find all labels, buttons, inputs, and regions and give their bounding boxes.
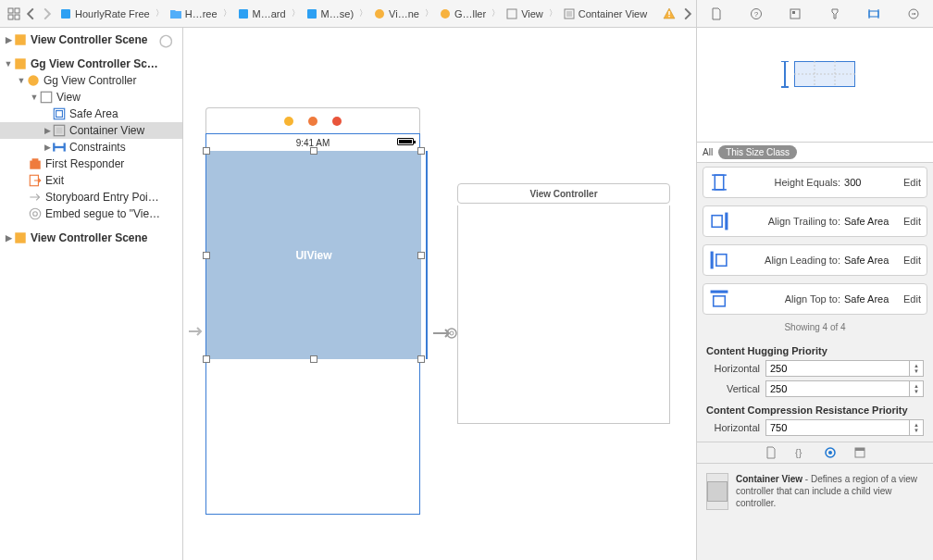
breadcrumb-item[interactable]: Vi…ne [369, 7, 423, 20]
library-tabs: {} [697, 442, 933, 464]
outline-controller[interactable]: Gg View Controller [0, 72, 182, 89]
forward-icon[interactable] [39, 6, 56, 22]
svg-rect-25 [41, 92, 51, 102]
hugging-horizontal-stepper[interactable]: ▲▼ [765, 360, 924, 377]
constraint-row-trailing[interactable]: Align Trailing to: Safe Area Edit [703, 205, 927, 237]
constraints-count-label: Showing 4 of 4 [697, 318, 933, 340]
svg-rect-29 [56, 128, 63, 134]
resize-handle[interactable] [203, 252, 210, 259]
hugging-vertical-input[interactable] [765, 380, 909, 397]
inspector-panel: All This Size Class Height Equals: 300 E… [696, 28, 933, 560]
outline-scene[interactable]: View Controller Scene ◯ [0, 31, 182, 48]
scene-header-2[interactable]: View Controller [457, 183, 670, 204]
stepper-arrows-icon[interactable]: ▲▼ [909, 360, 924, 377]
status-time: 9:41 AM [296, 138, 330, 148]
svg-point-24 [28, 75, 38, 85]
hugging-horizontal-input[interactable] [765, 360, 909, 377]
next-issue-icon[interactable] [679, 6, 696, 22]
size-class-all[interactable]: All [703, 147, 713, 157]
document-outline[interactable]: View Controller Scene ◯ Gg View Controll… [0, 28, 183, 560]
constraint-preview [697, 28, 933, 143]
breadcrumb-item[interactable]: G…ller [435, 7, 490, 20]
constraint-row-top[interactable]: Align Top to: Safe Area Edit [703, 283, 927, 315]
size-inspector-icon[interactable] [865, 6, 882, 22]
warning-icon[interactable] [661, 6, 678, 22]
constraint-row-leading[interactable]: Align Leading to: Safe Area Edit [703, 244, 927, 276]
attributes-inspector-icon[interactable] [827, 6, 843, 22]
svg-point-37 [33, 212, 38, 217]
hugging-section-label: Content Hugging Priority [697, 340, 933, 358]
storyboard-canvas[interactable]: 9:41 AM UIView View Controller [183, 28, 696, 560]
connections-inspector-icon[interactable] [905, 6, 922, 22]
svg-rect-6 [307, 9, 317, 19]
edit-constraint-button[interactable]: Edit [903, 255, 921, 266]
stepper-arrows-icon[interactable]: ▲▼ [909, 380, 924, 397]
outline-safe-area[interactable]: Safe Area [0, 106, 182, 122]
help-inspector-icon[interactable]: ? [748, 6, 765, 22]
chevron-right-icon: 〉 [154, 7, 166, 19]
add-scene-icon[interactable]: ◯ [159, 33, 179, 47]
size-class-current[interactable]: This Size Class [718, 145, 797, 159]
device-frame[interactable]: 9:41 AM UIView [205, 133, 420, 515]
outline-exit[interactable]: Exit [0, 172, 182, 189]
media-library-icon[interactable] [853, 446, 866, 459]
size-class-tabs: All This Size Class [697, 143, 933, 163]
battery-icon [397, 138, 414, 145]
outline-embed-segue[interactable]: Embed segue to "Vie… [0, 205, 182, 222]
related-items-icon[interactable] [6, 6, 22, 22]
embed-segue-icon[interactable] [431, 320, 457, 346]
svg-rect-9 [507, 9, 516, 19]
constraint-row-height[interactable]: Height Equals: 300 Edit [703, 167, 927, 198]
outline-view[interactable]: View [0, 89, 182, 106]
svg-rect-52 [716, 255, 727, 267]
outline-entry-point[interactable]: Storyboard Entry Poi… [0, 189, 182, 205]
top-toolbar: HourlyRate Free 〉 H…ree 〉 M…ard 〉 M…se) … [0, 0, 933, 28]
outline-constraints[interactable]: Constraints [0, 139, 182, 156]
breadcrumb-item[interactable]: Container View [559, 7, 651, 20]
outline-scene[interactable]: Gg View Controller Sc… [0, 56, 182, 72]
child-view-controller[interactable] [457, 205, 670, 424]
file-inspector-icon[interactable] [708, 6, 725, 22]
edit-constraint-button[interactable]: Edit [903, 293, 921, 305]
svg-rect-23 [15, 58, 25, 68]
trailing-constraint-icon [709, 213, 729, 230]
outline-scene[interactable]: View Controller Scene [0, 230, 182, 246]
resize-handle[interactable] [203, 147, 210, 155]
svg-rect-0 [8, 8, 13, 13]
scene-header[interactable] [205, 107, 420, 133]
breadcrumb-item[interactable]: M…se) [302, 7, 357, 20]
identity-inspector-icon[interactable] [787, 6, 803, 22]
svg-rect-5 [239, 9, 248, 19]
breadcrumb-item[interactable]: HourlyRate Free [56, 7, 154, 20]
container-view-selected[interactable]: UIView [206, 151, 421, 359]
file-template-library-icon[interactable] [765, 446, 778, 459]
entry-point-arrow-icon [187, 322, 205, 341]
svg-point-40 [450, 331, 454, 335]
scene-header-dot-icon [332, 117, 342, 126]
svg-point-58 [828, 451, 832, 454]
compression-horizontal-input[interactable] [765, 419, 909, 436]
resize-handle[interactable] [310, 147, 317, 155]
svg-rect-18 [869, 11, 878, 17]
hugging-vertical-row: Vertical ▲▼ [697, 379, 933, 399]
outline-first-responder[interactable]: First Responder [0, 156, 182, 172]
back-icon[interactable] [22, 6, 39, 22]
compression-horizontal-stepper[interactable]: ▲▼ [765, 419, 924, 436]
code-snippet-library-icon[interactable]: {} [794, 446, 807, 459]
breadcrumb-item[interactable]: M…ard [233, 7, 290, 20]
breadcrumb-item[interactable]: View [502, 7, 547, 20]
svg-rect-34 [32, 158, 39, 163]
svg-point-36 [30, 208, 40, 218]
resize-handle[interactable] [203, 355, 210, 363]
edit-constraint-button[interactable]: Edit [903, 216, 921, 227]
breadcrumb-item[interactable]: H…ree [166, 7, 221, 20]
uiview-label: UIView [295, 249, 331, 262]
object-library-icon[interactable] [824, 446, 837, 459]
edit-constraint-button[interactable]: Edit [903, 177, 921, 188]
resize-handle[interactable] [310, 355, 317, 363]
outline-container-view[interactable]: Container View [0, 122, 182, 139]
stepper-arrows-icon[interactable]: ▲▼ [909, 419, 924, 436]
svg-point-7 [375, 9, 384, 19]
hugging-vertical-stepper[interactable]: ▲▼ [765, 380, 924, 397]
object-title: Container View [736, 474, 802, 484]
